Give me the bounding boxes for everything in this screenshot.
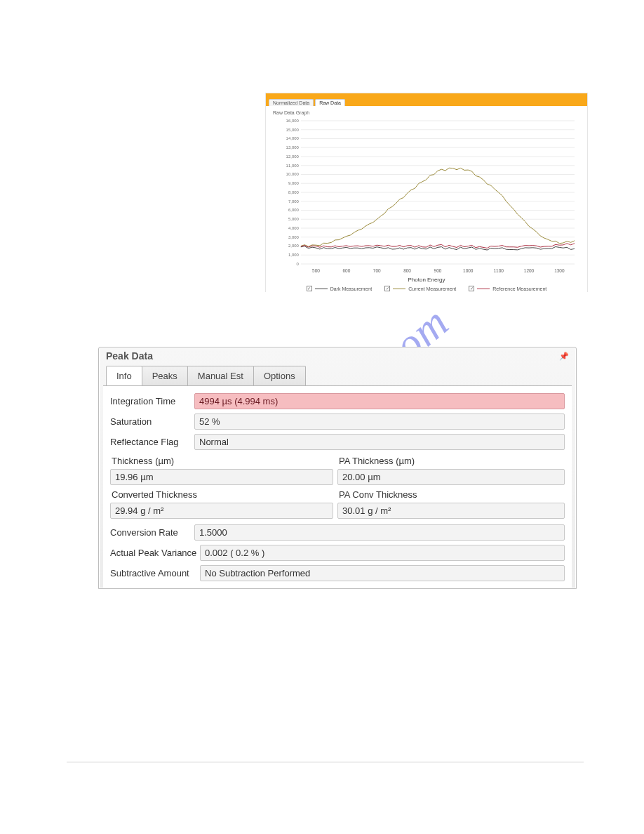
pin-icon[interactable]: 📌 <box>559 352 569 361</box>
chart-inner: Raw Data Graph 01,0002,0003,0004,0005,00… <box>266 106 587 294</box>
tab-raw-data[interactable]: Raw Data <box>315 99 345 106</box>
peak-data-panel: Peak Data 📌 Info Peaks Manual Est Option… <box>98 347 577 589</box>
label-actual-peak-variance: Actual Peak Variance <box>110 548 200 558</box>
chart-legend: ✓ Dark Measurement ✓ Current Measurement… <box>273 286 580 291</box>
tab-manual-est[interactable]: Manual Est <box>187 366 254 385</box>
checkbox-icon[interactable]: ✓ <box>469 286 474 291</box>
label-integration-time: Integration Time <box>110 396 194 406</box>
legend-label: Dark Measurement <box>330 286 373 291</box>
svg-text:0: 0 <box>297 262 300 266</box>
svg-text:700: 700 <box>373 268 381 273</box>
checkbox-icon[interactable]: ✓ <box>307 286 312 291</box>
tab-normalized-data[interactable]: Normalized Data <box>269 99 314 106</box>
label-conversion-rate: Conversion Rate <box>110 527 194 538</box>
svg-text:7,000: 7,000 <box>288 199 300 204</box>
label-conv-thickness: Converted Thickness <box>110 488 337 501</box>
svg-text:8,000: 8,000 <box>288 190 300 194</box>
tab-peaks[interactable]: Peaks <box>142 366 188 385</box>
svg-text:3,000: 3,000 <box>288 235 300 239</box>
label-pa-conv-thickness: PA Conv Thickness <box>337 488 565 501</box>
svg-text:1200: 1200 <box>524 268 535 273</box>
svg-text:12,000: 12,000 <box>286 154 300 159</box>
svg-text:4,000: 4,000 <box>288 226 300 230</box>
svg-text:600: 600 <box>342 268 350 273</box>
legend-label: Current Measurement <box>408 286 456 291</box>
value-subtractive-amount: No Subtraction Performed <box>200 565 565 581</box>
svg-text:1000: 1000 <box>463 268 474 273</box>
row-actual-peak-variance: Actual Peak Variance 0.002 ( 0.2 % ) <box>110 545 565 561</box>
chart-plot-area: 01,0002,0003,0004,0005,0006,0007,0008,00… <box>273 118 580 277</box>
tab-info[interactable]: Info <box>106 366 142 385</box>
row-reflectance-flag: Reflectance Flag Normal <box>110 434 565 450</box>
value-pa-conv-thickness: 30.01 g / m² <box>337 503 565 519</box>
page-footer-rule <box>67 762 584 762</box>
svg-text:10,000: 10,000 <box>286 172 300 176</box>
svg-text:16,000: 16,000 <box>286 119 300 123</box>
value-pa-thickness: 20.00 µm <box>337 469 565 485</box>
svg-text:500: 500 <box>312 268 320 273</box>
value-conversion-rate: 1.5000 <box>194 524 565 541</box>
svg-text:9,000: 9,000 <box>288 181 300 185</box>
panel-title: Peak Data <box>106 350 153 362</box>
value-reflectance-flag: Normal <box>194 434 565 450</box>
svg-text:6,000: 6,000 <box>288 208 300 212</box>
svg-text:5,000: 5,000 <box>288 217 300 221</box>
row-integration-time: Integration Time 4994 µs (4.994 ms) <box>110 393 565 409</box>
label-pa-thickness: PA Thickness (µm) <box>337 454 565 468</box>
tab-options[interactable]: Options <box>253 366 306 385</box>
svg-text:1100: 1100 <box>493 268 504 273</box>
row-thickness: Thickness (µm) 19.96 µm PA Thickness (µm… <box>110 454 565 485</box>
svg-text:1,000: 1,000 <box>288 253 300 257</box>
legend-swatch-dark <box>315 289 328 289</box>
row-subtractive-amount: Subtractive Amount No Subtraction Perfor… <box>110 565 565 581</box>
legend-item-dark[interactable]: ✓ Dark Measurement <box>307 286 373 291</box>
legend-swatch-current <box>393 289 405 289</box>
svg-text:11,000: 11,000 <box>286 164 300 168</box>
row-converted-thickness: Converted Thickness 29.94 g / m² PA Conv… <box>110 488 565 519</box>
label-saturation: Saturation <box>110 416 194 427</box>
chart-xlabel: Photon Energy <box>273 277 580 283</box>
panel-header: Peak Data 📌 <box>99 348 576 364</box>
legend-item-reference[interactable]: ✓ Reference Measurement <box>469 286 546 291</box>
label-reflectance-flag: Reflectance Flag <box>110 437 194 447</box>
label-subtractive-amount: Subtractive Amount <box>110 568 200 578</box>
value-saturation: 52 % <box>194 413 565 430</box>
svg-text:800: 800 <box>403 268 411 273</box>
value-integration-time: 4994 µs (4.994 ms) <box>194 393 565 409</box>
legend-label: Reference Measurement <box>492 286 546 291</box>
peak-body: Integration Time 4994 µs (4.994 ms) Satu… <box>103 385 572 588</box>
svg-text:13,000: 13,000 <box>286 145 300 150</box>
legend-item-current[interactable]: ✓ Current Measurement <box>384 286 456 291</box>
svg-text:2,000: 2,000 <box>288 244 300 248</box>
svg-text:15,000: 15,000 <box>286 128 300 132</box>
label-thickness: Thickness (µm) <box>110 454 337 468</box>
raw-data-chart-panel: Normalized Data Raw Data Raw Data Graph … <box>265 93 588 292</box>
svg-text:1300: 1300 <box>554 268 565 273</box>
chart-subtitle: Raw Data Graph <box>273 110 580 115</box>
checkbox-icon[interactable]: ✓ <box>384 286 390 291</box>
value-conv-thickness: 29.94 g / m² <box>110 503 333 519</box>
svg-text:14,000: 14,000 <box>286 136 300 140</box>
legend-swatch-reference <box>477 289 490 289</box>
chart-tabs: Normalized Data Raw Data <box>266 98 587 106</box>
value-thickness: 19.96 µm <box>110 469 333 485</box>
row-conversion-rate: Conversion Rate 1.5000 <box>110 524 565 541</box>
value-actual-peak-variance: 0.002 ( 0.2 % ) <box>200 545 565 561</box>
peak-tabs: Info Peaks Manual Est Options <box>99 366 576 385</box>
row-saturation: Saturation 52 % <box>110 413 565 430</box>
svg-text:900: 900 <box>434 268 442 273</box>
